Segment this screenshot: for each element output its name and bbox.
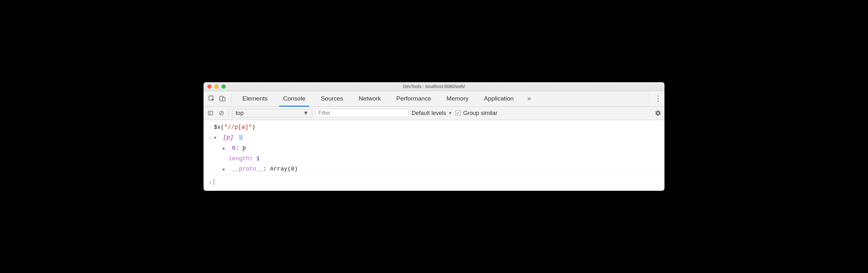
tree-row[interactable]: ▶ 0: p	[204, 143, 664, 154]
tab-sources[interactable]: Sources	[313, 91, 351, 106]
result-summary: [p]	[223, 134, 234, 141]
traffic-lights	[204, 84, 226, 89]
property-value: Array(0)	[270, 166, 298, 172]
maximize-window-button[interactable]	[221, 84, 226, 89]
svg-rect-2	[222, 98, 225, 101]
toggle-sidebar-icon[interactable]	[207, 109, 214, 117]
separator	[204, 176, 664, 176]
info-badge-icon[interactable]: i	[239, 135, 243, 140]
svg-rect-3	[208, 111, 213, 115]
console-result[interactable]: ‹ ▼ [p] i	[204, 132, 664, 143]
tab-memory[interactable]: Memory	[439, 91, 476, 106]
tab-label: Sources	[321, 95, 343, 102]
property-key: __proto__	[232, 166, 263, 172]
tab-application[interactable]: Application	[476, 91, 522, 106]
code-fn: $x	[214, 124, 221, 130]
console-prompt[interactable]: ›	[204, 177, 664, 188]
log-levels-select[interactable]: Default levels ▼	[411, 110, 452, 116]
context-label: top	[236, 110, 244, 116]
console-input[interactable]	[214, 178, 214, 188]
disclosure-triangle-closed-icon[interactable]: ▶	[223, 145, 228, 152]
group-similar-checkbox[interactable]: ✓ Group similar	[456, 110, 497, 116]
tree-row[interactable]: ▶ __proto__: Array(0)	[204, 164, 664, 174]
separator	[648, 94, 648, 103]
tab-performance[interactable]: Performance	[389, 91, 439, 106]
separator	[231, 94, 231, 103]
console-input-echo: › $x("//p[a]")	[204, 122, 664, 133]
console-output: › $x("//p[a]") ‹ ▼ [p] i ▶ 0: p length: …	[204, 120, 664, 191]
tab-label: Performance	[396, 95, 431, 102]
console-toolbar: top ▼ Default levels ▼ ✓ Group similar	[204, 107, 664, 120]
tab-label: Network	[359, 95, 381, 102]
text-cursor	[214, 179, 214, 185]
array-value: p	[242, 145, 246, 151]
tab-label: Memory	[446, 95, 469, 102]
chevron-down-icon: ▼	[448, 111, 452, 116]
clear-console-icon[interactable]	[218, 109, 225, 117]
more-tabs-icon[interactable]: »	[522, 94, 537, 103]
window-title: DevTools - localhost:8080/web/	[204, 84, 664, 89]
devtools-window: DevTools - localhost:8080/web/ Elements …	[204, 82, 664, 191]
inspect-element-icon[interactable]	[206, 93, 217, 104]
input-marker-icon: ›	[207, 122, 214, 132]
checkbox-checked-icon: ✓	[456, 110, 461, 116]
tab-console[interactable]: Console	[275, 91, 313, 106]
close-window-button[interactable]	[207, 84, 212, 89]
output-marker-icon: ‹	[207, 133, 214, 143]
tab-elements[interactable]: Elements	[235, 91, 275, 106]
minimize-window-button[interactable]	[214, 84, 219, 89]
svg-line-6	[220, 112, 223, 114]
titlebar: DevTools - localhost:8080/web/	[204, 82, 664, 91]
console-input-text: $x("//p[a]")	[214, 122, 255, 132]
code-string: "//p[a]"	[224, 124, 252, 130]
array-index: 0	[232, 145, 236, 151]
filter-input[interactable]	[315, 109, 408, 117]
tab-label: Console	[283, 95, 306, 102]
disclosure-triangle-open-icon[interactable]: ▼	[214, 135, 219, 142]
property-value: 1	[256, 156, 260, 162]
disclosure-triangle-closed-icon[interactable]: ▶	[223, 166, 228, 173]
devtools-menu-icon[interactable]: ⋮	[652, 94, 664, 103]
group-similar-label: Group similar	[463, 110, 497, 116]
separator	[228, 109, 229, 117]
prompt-marker-icon: ›	[207, 178, 214, 188]
device-toolbar-icon[interactable]	[217, 93, 228, 104]
panel-tabstrip: Elements Console Sources Network Perform…	[204, 91, 664, 107]
levels-label: Default levels	[411, 110, 446, 116]
property-key: length	[228, 156, 249, 162]
tab-label: Elements	[242, 95, 268, 102]
execution-context-select[interactable]: top ▼	[232, 109, 312, 117]
chevron-down-icon: ▼	[303, 110, 309, 116]
tab-label: Application	[484, 95, 514, 102]
console-settings-icon[interactable]	[655, 110, 661, 116]
tab-network[interactable]: Network	[351, 91, 389, 106]
tree-row: length: 1	[204, 154, 664, 164]
